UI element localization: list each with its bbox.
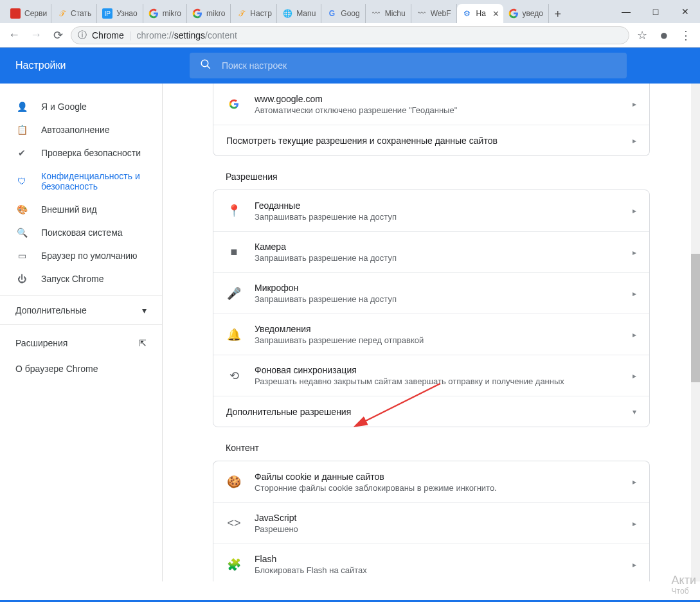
browser-tab-active[interactable]: ⚙На✕ — [457, 4, 503, 23]
favicon-icon: 〰 — [417, 8, 427, 19]
chevron-right-icon: ▸ — [633, 289, 636, 298]
favicon-icon: IP — [102, 8, 112, 19]
new-tab-button[interactable]: + — [549, 5, 567, 23]
menu-button[interactable]: ⋮ — [677, 26, 695, 44]
permission-row-camera[interactable]: ■ КамераЗапрашивать разрешение на доступ… — [213, 231, 649, 272]
browser-tab-9[interactable]: 〰WebF — [411, 4, 457, 23]
back-button[interactable]: ← — [5, 26, 23, 44]
permission-row-notifications[interactable]: 🔔 УведомленияЗапрашивать разрешение пере… — [213, 314, 649, 355]
cookie-icon: 🍪 — [226, 475, 242, 489]
additional-permissions-row[interactable]: Дополнительные разрешения ▾ — [213, 396, 649, 427]
browser-tab-1[interactable]: 𝒯Стать — [51, 4, 97, 23]
browser-tab-2[interactable]: IPУзнао — [97, 4, 143, 23]
browser-tab-0[interactable]: Серви — [5, 4, 51, 23]
address-bar[interactable]: ⓘ Chrome | chrome://settings/content — [71, 26, 629, 44]
shield-icon: 🛡 — [15, 176, 28, 186]
favicon-icon: 〰 — [371, 8, 381, 19]
google-favicon-icon — [226, 99, 242, 109]
profile-avatar-icon[interactable]: ● — [655, 26, 673, 44]
sidebar: 👤Я и Google 📋Автозаполнение ✔Проверка бе… — [0, 84, 163, 581]
favicon-icon — [148, 8, 159, 19]
sidebar-item-default-browser[interactable]: ▭Браузер по умолчанию — [0, 244, 162, 267]
favicon-icon: 𝒯 — [57, 8, 67, 19]
browser-tab-4[interactable]: mikro — [187, 4, 231, 23]
tab-strip: Серви 𝒯Стать IPУзнао mikro mikro 𝒯Настр … — [0, 0, 700, 23]
browser-tab-8[interactable]: 〰Michu — [366, 4, 411, 23]
camera-icon: ■ — [226, 245, 242, 259]
site-info-icon[interactable]: ⓘ — [78, 30, 87, 41]
window-close-button[interactable]: ✕ — [670, 1, 700, 22]
window-maximize-button[interactable]: □ — [641, 1, 670, 22]
sidebar-item-on-startup[interactable]: ⏻Запуск Chrome — [0, 267, 162, 290]
sidebar-item-search-engine[interactable]: 🔍Поисковая система — [0, 221, 162, 244]
svg-point-0 — [201, 60, 208, 67]
search-input[interactable] — [222, 60, 616, 71]
chevron-right-icon: ▸ — [633, 560, 636, 569]
search-icon: 🔍 — [15, 227, 28, 238]
microphone-icon: 🎤 — [226, 287, 242, 301]
permission-row-background-sync[interactable]: ⟲ Фоновая синхронизацияРазрешать недавно… — [213, 355, 649, 396]
chevron-right-icon: ▸ — [633, 519, 636, 528]
sidebar-item-extensions[interactable]: Расширения⇱ — [0, 330, 162, 356]
view-all-permissions-row[interactable]: Посмотреть текущие разрешения и сохранен… — [213, 125, 649, 155]
bell-icon: 🔔 — [226, 328, 242, 342]
close-tab-icon[interactable]: ✕ — [492, 9, 499, 19]
sidebar-item-about[interactable]: О браузере Chrome — [0, 356, 162, 382]
reload-button[interactable]: ⟳ — [49, 26, 67, 44]
forward-button[interactable]: → — [27, 26, 45, 44]
activation-watermark: Акти Чтоб — [672, 574, 696, 596]
person-icon: 👤 — [15, 102, 28, 112]
browser-tab-11[interactable]: уведо — [503, 4, 549, 23]
chevron-right-icon: ▸ — [633, 248, 636, 257]
svg-line-1 — [207, 66, 210, 69]
browser-tab-7[interactable]: GGoog — [321, 4, 365, 23]
location-icon: 📍 — [226, 204, 242, 218]
code-icon: <> — [226, 517, 242, 530]
favicon-icon — [508, 8, 519, 19]
favicon-icon: G — [327, 8, 337, 19]
content-row-flash[interactable]: 🧩 FlashБлокировать Flash на сайтах ▸ — [213, 544, 649, 581]
chevron-right-icon: ▸ — [633, 136, 636, 145]
search-icon — [200, 58, 211, 73]
sidebar-item-privacy[interactable]: 🛡Конфиденциальность и безопасность — [0, 164, 162, 198]
shield-check-icon: ✔ — [15, 148, 28, 158]
recent-site-row[interactable]: www.google.comАвтоматически отключено ра… — [213, 84, 649, 125]
scheme-label: Chrome — [92, 30, 124, 40]
browser-icon: ▭ — [15, 251, 28, 261]
browser-tab-6[interactable]: 🌐Manu — [277, 4, 321, 23]
sidebar-item-you-and-google[interactable]: 👤Я и Google — [0, 95, 162, 118]
settings-body: 👤Я и Google 📋Автозаполнение ✔Проверка бе… — [0, 84, 700, 581]
sidebar-advanced-toggle[interactable]: Дополнительные▾ — [0, 296, 162, 325]
sidebar-item-appearance[interactable]: 🎨Внешний вид — [0, 198, 162, 221]
bookmark-star-icon[interactable]: ☆ — [633, 26, 651, 44]
gear-icon: ⚙ — [462, 8, 472, 19]
section-title-content: Контент — [213, 443, 650, 453]
chevron-down-icon: ▾ — [142, 305, 147, 315]
clipboard-icon: 📋 — [15, 125, 28, 135]
scrollbar-thumb[interactable] — [691, 254, 700, 382]
permission-row-microphone[interactable]: 🎤 МикрофонЗапрашивать разрешение на дост… — [213, 272, 649, 314]
favicon-icon — [10, 8, 21, 19]
sync-icon: ⟲ — [226, 369, 242, 383]
palette-icon: 🎨 — [15, 204, 28, 215]
browser-tab-5[interactable]: 𝒯Настр — [231, 4, 277, 23]
power-icon: ⏻ — [15, 274, 28, 284]
content-row-javascript[interactable]: <> JavaScriptРазрешено ▸ — [213, 502, 649, 544]
permission-row-location[interactable]: 📍 ГеоданныеЗапрашивать разрешение на дос… — [213, 190, 649, 231]
globe-icon: 🌐 — [282, 8, 292, 19]
chevron-right-icon: ▸ — [633, 371, 636, 380]
chevron-down-icon: ▾ — [633, 407, 636, 416]
browser-toolbar: ← → ⟳ ⓘ Chrome | chrome://settings/conte… — [0, 23, 700, 48]
content-row-cookies[interactable]: 🍪 Файлы cookie и данные сайтовСторонние … — [213, 461, 649, 502]
sidebar-item-safety-check[interactable]: ✔Проверка безопасности — [0, 141, 162, 164]
chevron-right-icon: ▸ — [633, 330, 636, 339]
main-content: www.google.comАвтоматически отключено ра… — [163, 84, 700, 581]
settings-search[interactable] — [190, 53, 627, 78]
section-title-permissions: Разрешения — [213, 172, 650, 182]
sidebar-item-autofill[interactable]: 📋Автозаполнение — [0, 118, 162, 141]
window-minimize-button[interactable]: — — [611, 1, 641, 22]
browser-tab-3[interactable]: mikro — [143, 4, 187, 23]
chevron-right-icon: ▸ — [633, 477, 636, 486]
external-link-icon: ⇱ — [139, 338, 147, 348]
favicon-icon: 𝒯 — [236, 8, 246, 19]
